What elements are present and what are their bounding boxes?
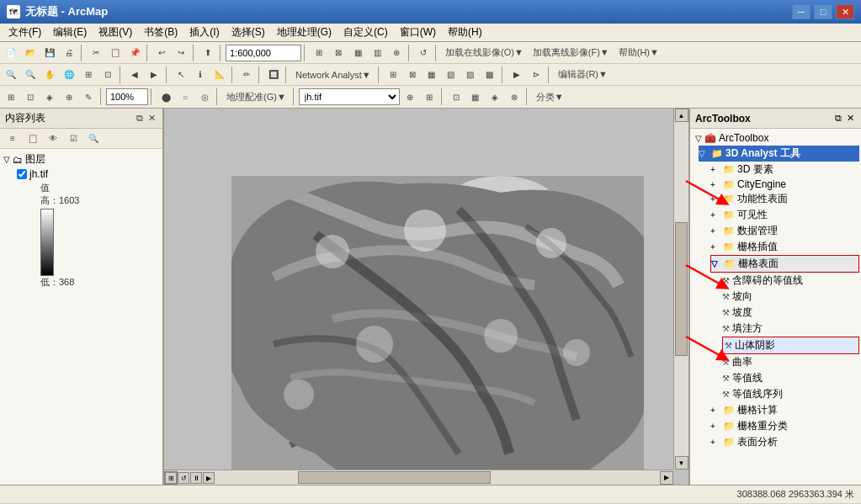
expand-func-surface[interactable]: +: [710, 194, 720, 204]
print-btn[interactable]: 🖨: [60, 44, 78, 62]
tool-hillshade[interactable]: ⚒ 山体阴影: [722, 337, 859, 354]
raster-btn1[interactable]: ⊞: [310, 44, 328, 62]
raster-btn5[interactable]: ⊕: [387, 44, 406, 62]
menu-view[interactable]: 视图(V): [93, 24, 137, 40]
network-analyst-btn[interactable]: Network Analyst▼: [291, 66, 375, 84]
load-offline-btn[interactable]: 加载离线影像(F)▼: [529, 44, 614, 62]
tool-aspect[interactable]: ⚒ 坡向: [722, 289, 859, 305]
refresh-btn[interactable]: ↺: [414, 44, 433, 62]
expand-raster-interp[interactable]: +: [710, 242, 720, 252]
toc-source-btn[interactable]: 📋: [24, 130, 42, 148]
zoom-out-btn[interactable]: 🔍: [21, 66, 40, 84]
expand-raster-surface[interactable]: ▽: [711, 259, 721, 268]
raster-btn2[interactable]: ⊠: [329, 44, 348, 62]
forward-btn[interactable]: ▶: [145, 66, 163, 84]
tool-3d-analyst[interactable]: ▽ 📁 3D Analyst 工具: [699, 146, 859, 162]
menu-window[interactable]: 窗口(W): [395, 24, 441, 40]
menu-file[interactable]: 文件(F): [3, 24, 46, 40]
menu-help[interactable]: 帮助(H): [443, 24, 487, 40]
tool-raster-math[interactable]: + 📁 栅格计算: [710, 402, 859, 418]
expand-cityengine[interactable]: +: [710, 180, 720, 189]
copy-btn[interactable]: 📋: [106, 44, 125, 62]
menu-select[interactable]: 选择(S): [226, 24, 270, 40]
georef-btn1[interactable]: ⊞: [2, 88, 20, 106]
arctoolbox-root[interactable]: ▽ 🧰 ArcToolbox: [692, 130, 859, 146]
tool-slope[interactable]: ⚒ 坡度: [722, 305, 859, 321]
file-select[interactable]: jh.tif: [299, 88, 400, 105]
toolbox-close-btn[interactable]: ✕: [845, 113, 856, 124]
map-nav-icon2[interactable]: ↺: [178, 472, 189, 484]
na-btn5[interactable]: ▨: [461, 66, 480, 84]
map-nav-icon1[interactable]: ⊞: [165, 472, 177, 484]
scroll-up-btn[interactable]: ▲: [675, 109, 688, 122]
more-btn1[interactable]: ▶: [508, 66, 526, 84]
raster-btn4[interactable]: ▥: [368, 44, 386, 62]
tool-raster-surface[interactable]: ▽ 📁 栅格表面: [710, 255, 859, 273]
expand-raster-math[interactable]: +: [710, 406, 720, 415]
open-btn[interactable]: 📂: [21, 44, 40, 62]
grid-btn2[interactable]: ⊡: [98, 66, 117, 84]
georef-extra3[interactable]: ◈: [486, 88, 504, 106]
expand-surface-other[interactable]: +: [710, 438, 720, 447]
map-nav-icon4[interactable]: ▶: [203, 472, 215, 484]
tool-contour-barrier[interactable]: ⚒ 含障碍的等值线: [722, 273, 859, 289]
toc-close-btn[interactable]: ✕: [146, 113, 157, 124]
georef-tool2[interactable]: ⊞: [420, 88, 438, 106]
expand-raster-reclass[interactable]: +: [710, 422, 720, 431]
na-btn3[interactable]: ▦: [423, 66, 441, 84]
na-btn1[interactable]: ⊞: [384, 66, 402, 84]
info-btn[interactable]: ℹ: [191, 66, 210, 84]
layer-checkbox[interactable]: [17, 169, 27, 179]
toolbox-float-btn[interactable]: ⧉: [833, 113, 843, 124]
vscroll-track[interactable]: [674, 122, 688, 456]
hscroll-track[interactable]: [178, 470, 660, 485]
minimize-button[interactable]: ─: [792, 4, 811, 19]
tool-contour[interactable]: ⚒ 等值线: [722, 370, 859, 386]
toc-group-header[interactable]: ▽ 🗂 图层: [3, 152, 159, 167]
root-expand[interactable]: ▽: [695, 134, 702, 143]
save-btn[interactable]: 💾: [40, 44, 59, 62]
expand-data-mgmt[interactable]: +: [710, 226, 720, 236]
georef-extra1[interactable]: ⊡: [447, 88, 465, 106]
tool-cityengine[interactable]: + 📁 CityEngine: [710, 178, 859, 191]
expand-3d-analyst[interactable]: ▽: [699, 149, 709, 158]
tool-functional-surface[interactable]: + 📁 功能性表面: [710, 191, 859, 207]
georef-extra4[interactable]: ⊗: [505, 88, 524, 106]
redo-btn[interactable]: ↪: [172, 44, 190, 62]
group-expand-icon[interactable]: ▽: [3, 155, 10, 164]
world-btn[interactable]: 🌐: [60, 66, 78, 84]
tool-visibility[interactable]: + 📁 可见性: [710, 207, 859, 223]
undo-btn[interactable]: ↩: [152, 44, 171, 62]
georef-btn7[interactable]: ○: [176, 88, 194, 106]
paste-btn[interactable]: 📌: [125, 44, 144, 62]
more-btn2[interactable]: ⊳: [527, 66, 545, 84]
classify-btn[interactable]: 分类▼: [532, 88, 568, 106]
menu-edit[interactable]: 编辑(E): [48, 24, 92, 40]
find-route-btn[interactable]: 🔲: [264, 66, 283, 84]
menu-geoprocessing[interactable]: 地理处理(G): [272, 24, 337, 40]
toc-visibility-btn[interactable]: 👁: [44, 130, 62, 148]
tool-surface-other[interactable]: + 📁 表面分析: [710, 434, 859, 450]
grid-btn1[interactable]: ⊞: [79, 66, 98, 84]
georef-btn5[interactable]: ✎: [79, 88, 98, 106]
menu-bookmark[interactable]: 书签(B): [139, 24, 183, 40]
expand-visibility[interactable]: +: [710, 210, 720, 220]
georef-extra2[interactable]: ▦: [466, 88, 485, 106]
map-nav-icon3[interactable]: ⏸: [190, 472, 202, 484]
geoconfirm-btn[interactable]: 地理配准(G)▼: [222, 88, 290, 106]
zoom-in-btn[interactable]: 🔍: [2, 66, 20, 84]
georef-btn3[interactable]: ◈: [40, 88, 59, 106]
tool-contour-list[interactable]: ⚒ 等值线序列: [722, 386, 859, 402]
help-toolbar-btn[interactable]: 帮助(H)▼: [614, 44, 663, 62]
tool-fill[interactable]: ⚒ 填洼方: [722, 321, 859, 337]
editor-btn[interactable]: 编辑器(R)▼: [554, 66, 612, 84]
pan-btn[interactable]: ✋: [40, 66, 59, 84]
tool-raster-interp[interactable]: + 📁 栅格插值: [710, 239, 859, 255]
georef-btn2[interactable]: ⊡: [21, 88, 40, 106]
load-online-btn[interactable]: 加载在线影像(O)▼: [441, 44, 528, 62]
tool-curvature[interactable]: ⚒ 曲率: [722, 354, 859, 370]
expand-3d-elements[interactable]: +: [710, 165, 720, 174]
cursor-btn[interactable]: ↖: [172, 66, 190, 84]
map-scroll-h[interactable]: ◀ ▶ ⊞ ↺ ⏸ ▶: [164, 470, 673, 485]
maximize-button[interactable]: □: [814, 4, 832, 19]
